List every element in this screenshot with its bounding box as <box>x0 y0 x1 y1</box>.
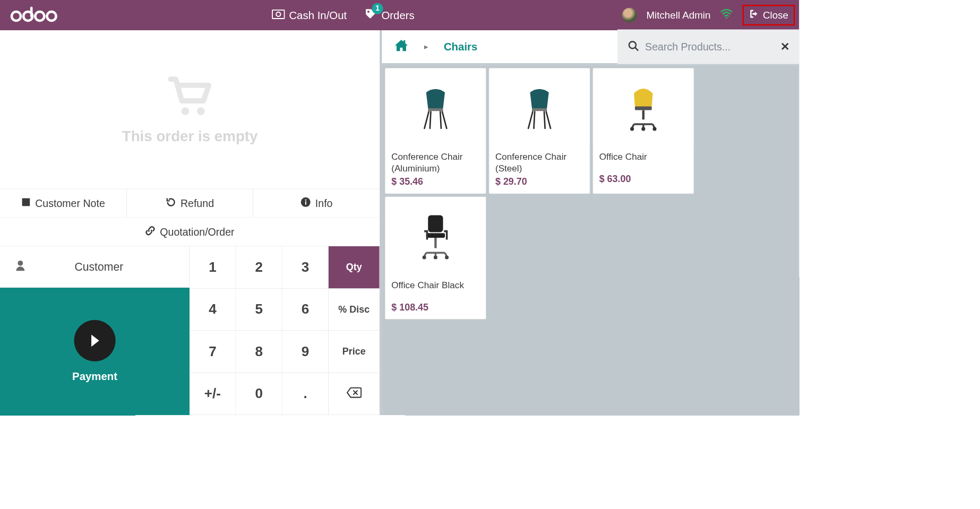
wifi-icon <box>720 8 733 21</box>
info-label: Info <box>315 197 333 209</box>
order-area: This order is empty <box>0 30 380 188</box>
payment-label: Payment <box>72 370 117 383</box>
svg-point-26 <box>434 255 437 259</box>
info-button[interactable]: Info <box>253 189 380 217</box>
search-input[interactable] <box>645 41 775 53</box>
payment-circle-icon <box>74 320 115 361</box>
cart-icon <box>166 75 214 120</box>
order-panel: This order is empty Customer Note Refund… <box>0 30 382 415</box>
home-icon[interactable] <box>394 39 409 54</box>
svg-rect-4 <box>272 10 285 18</box>
product-price: $ 35.46 <box>385 176 486 194</box>
product-card[interactable]: Office Chair Black$ 108.45 <box>385 197 486 319</box>
svg-point-0 <box>12 12 21 21</box>
action-row-2: Quotation/Order <box>0 218 380 246</box>
undo-icon <box>166 197 176 210</box>
svg-point-8 <box>181 107 189 115</box>
search-icon <box>627 40 639 53</box>
svg-point-13 <box>305 199 307 201</box>
customer-label: Customer <box>74 260 123 273</box>
breadcrumb-row: ▸ Chairs ✕ <box>382 30 799 65</box>
backspace-icon <box>346 386 362 402</box>
clear-search-icon[interactable]: ✕ <box>780 40 790 53</box>
product-price: $ 29.70 <box>489 176 590 194</box>
header-bar: Cash In/Out 1 Orders Mitchell Admin Clos… <box>0 0 799 30</box>
breadcrumb-category[interactable]: Chairs <box>444 40 477 53</box>
numpad-9[interactable]: 9 <box>282 331 329 373</box>
numpad-8[interactable]: 8 <box>236 331 282 373</box>
svg-rect-19 <box>635 106 652 110</box>
numpad-dot[interactable]: . <box>282 373 329 416</box>
close-button[interactable]: Close <box>743 5 795 25</box>
svg-point-21 <box>641 127 645 131</box>
svg-rect-24 <box>426 233 445 238</box>
sign-out-icon <box>749 8 760 21</box>
product-name: Office Chair Black <box>385 275 486 302</box>
svg-point-9 <box>197 107 205 115</box>
numpad-7[interactable]: 7 <box>190 331 236 373</box>
numpad-qty[interactable]: Qty <box>329 246 380 289</box>
product-image <box>385 197 486 275</box>
bottom-grid: Customer Payment 1 2 3 Qty 4 5 <box>0 246 380 415</box>
link-icon <box>145 225 156 238</box>
svg-point-16 <box>629 41 636 48</box>
search-box: ✕ <box>617 29 800 64</box>
svg-rect-10 <box>22 198 30 206</box>
products-grid: Conference Chair (Aluminium)$ 35.46Confe… <box>382 65 799 322</box>
numpad-price[interactable]: Price <box>329 331 380 373</box>
numpad: 1 2 3 Qty 4 5 6 % Disc 7 8 9 Price +/- 0… <box>190 246 380 415</box>
quotation-order-button[interactable]: Quotation/Order <box>0 218 380 246</box>
svg-rect-17 <box>428 108 443 111</box>
product-card[interactable]: Conference Chair (Steel)$ 29.70 <box>489 68 590 193</box>
empty-order-text: This order is empty <box>122 127 258 144</box>
product-image <box>385 68 486 146</box>
refund-label: Refund <box>180 197 214 209</box>
numpad-0[interactable]: 0 <box>236 373 282 416</box>
cash-in-out-button[interactable]: Cash In/Out <box>272 9 347 22</box>
product-panel: ▸ Chairs ✕ Conference Chair (Aluminium)$… <box>382 30 799 415</box>
numpad-4[interactable]: 4 <box>190 289 236 331</box>
action-row-1: Customer Note Refund Info <box>0 189 380 218</box>
svg-point-2 <box>35 12 44 21</box>
numpad-5[interactable]: 5 <box>236 289 282 331</box>
customer-note-label: Customer Note <box>35 197 105 209</box>
product-price: $ 63.00 <box>593 173 693 191</box>
svg-point-14 <box>18 261 23 266</box>
product-card[interactable]: Conference Chair (Aluminium)$ 35.46 <box>385 68 486 193</box>
svg-rect-23 <box>428 215 443 232</box>
refund-button[interactable]: Refund <box>127 189 254 217</box>
svg-point-5 <box>276 12 280 16</box>
user-name: Mitchell Admin <box>646 10 710 21</box>
numpad-1[interactable]: 1 <box>190 246 236 289</box>
svg-point-3 <box>47 12 56 21</box>
numpad-2[interactable]: 2 <box>236 246 282 289</box>
customer-button[interactable]: Customer <box>0 246 190 287</box>
close-label: Close <box>763 10 788 21</box>
svg-rect-18 <box>532 108 547 111</box>
cash-label: Cash In/Out <box>289 9 347 22</box>
breadcrumb-separator-icon: ▸ <box>424 42 428 51</box>
customer-note-button[interactable]: Customer Note <box>0 189 127 217</box>
product-image <box>593 68 693 146</box>
orders-label: Orders <box>381 9 414 22</box>
numpad-sign[interactable]: +/- <box>190 373 236 416</box>
svg-point-25 <box>423 255 426 259</box>
tag-icon: 1 <box>364 7 377 23</box>
orders-badge: 1 <box>372 3 383 14</box>
breadcrumb: ▸ Chairs <box>382 39 617 54</box>
product-name: Conference Chair (Steel) <box>489 146 590 176</box>
quotation-label: Quotation/Order <box>160 226 234 238</box>
numpad-6[interactable]: 6 <box>282 289 329 331</box>
numpad-disc[interactable]: % Disc <box>329 289 380 331</box>
svg-point-6 <box>367 11 369 13</box>
product-name: Conference Chair (Aluminium) <box>385 146 486 176</box>
product-price: $ 108.45 <box>385 301 486 319</box>
product-card[interactable]: Office Chair$ 63.00 <box>593 68 693 193</box>
product-name: Office Chair <box>593 146 693 174</box>
note-icon <box>21 197 31 209</box>
numpad-backspace[interactable] <box>329 373 380 416</box>
payment-button[interactable]: Payment <box>0 287 190 415</box>
orders-button[interactable]: 1 Orders <box>364 7 415 23</box>
avatar[interactable] <box>622 8 637 23</box>
numpad-3[interactable]: 3 <box>282 246 329 289</box>
